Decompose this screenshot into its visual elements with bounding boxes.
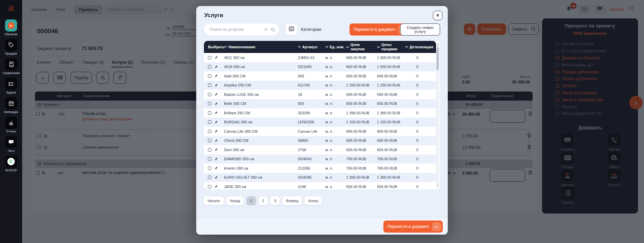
sidebar-item-продажи[interactable]: Продажи xyxy=(0,39,22,55)
pin-icon[interactable] xyxy=(214,74,218,78)
sidebar-item-чаты[interactable]: Чаты xyxy=(0,136,22,153)
sidebar-item-обучение[interactable]: ▶Обучение xyxy=(0,19,22,36)
service-sku: ZJM01-41 xyxy=(298,56,325,60)
service-row[interactable]: Batiste LUXE 330 см18м. п.599.00 RUB599.… xyxy=(204,90,436,99)
column-header-6[interactable]: Детализация xyxy=(405,45,436,49)
pin-icon[interactable] xyxy=(214,56,218,59)
pin-icon[interactable] xyxy=(214,65,218,69)
service-row[interactable]: Emirim 280 см212366м. п.799.00 RUB799.00… xyxy=(204,164,436,173)
column-header-1[interactable]: Наименование xyxy=(224,45,298,49)
page-button-3[interactable]: 3 xyxy=(270,196,280,205)
purchase-price: 799.00 RUB xyxy=(346,166,377,170)
service-name: EURO VELVET 300 см xyxy=(224,175,298,179)
sale-price: 659.00 RUB xyxy=(377,148,405,152)
service-row[interactable]: 4011 300 смZJM01-41м. п.669.00 RUB1 000.… xyxy=(204,53,436,62)
pin-icon[interactable] xyxy=(214,185,218,188)
pin-icon[interactable] xyxy=(214,120,218,124)
pin-icon[interactable] xyxy=(214,102,218,106)
sidebar-item-задачи[interactable]: Задачи xyxy=(0,78,22,94)
modal-close-button[interactable]: ✕ xyxy=(433,11,442,20)
row-checkbox[interactable] xyxy=(208,102,211,105)
services-search[interactable]: ✕ xyxy=(204,23,279,36)
service-row[interactable]: Anjelika 295 CM611760м. п.1 299.00 RUB1 … xyxy=(204,81,436,90)
pin-icon[interactable] xyxy=(214,129,218,133)
plus-icon[interactable]: + xyxy=(432,222,441,231)
sidebar-item-отчеты[interactable]: Отчеты xyxy=(0,117,22,133)
service-row[interactable]: Adel 300 CM909м. п.699.00 RUB699.00 RUB0 xyxy=(204,71,436,81)
service-row[interactable]: JADE 300 см2148м. п.559.00 RUB559.00 RUB… xyxy=(204,182,436,189)
pin-icon[interactable] xyxy=(214,139,218,142)
service-row[interactable]: Brilliant 295 CM323295м. п.1 399.00 RUB1… xyxy=(204,108,436,118)
service-row[interactable]: Deni 280 см2758м. п.659.00 RUB659.00 RUB… xyxy=(204,145,436,155)
pin-icon[interactable] xyxy=(214,111,218,115)
service-row[interactable]: EURO VELVET 300 смGD4285м. п.1 399.00 RU… xyxy=(204,173,436,182)
categories-button[interactable] xyxy=(286,24,297,35)
sidebar-item-wazzup[interactable]: ✆WAZZUP xyxy=(0,156,22,172)
row-checkbox[interactable] xyxy=(208,130,211,133)
service-row[interactable]: DIAMOND 300 смGD4543м. п.799.00 RUB799.0… xyxy=(204,155,436,164)
sort-chevron-icon[interactable] xyxy=(346,46,349,48)
column-header-2[interactable]: Артикул xyxy=(298,45,325,49)
scrollbar[interactable]: ▴ ▾ xyxy=(436,43,439,188)
row-checkbox[interactable] xyxy=(208,65,211,68)
service-unit: м. п. xyxy=(325,93,346,97)
row-checkbox[interactable] xyxy=(208,176,211,179)
scrollbar-thumb[interactable] xyxy=(436,47,439,70)
service-sku: 212366 xyxy=(298,166,325,170)
sort-chevron-icon[interactable] xyxy=(377,46,380,48)
sale-price: 1 159.00 RUB xyxy=(377,120,405,124)
row-controls xyxy=(204,93,224,96)
sort-chevron-icon[interactable] xyxy=(405,46,408,48)
pin-icon[interactable] xyxy=(214,166,218,170)
sort-chevron-icon[interactable] xyxy=(298,46,301,48)
row-checkbox[interactable] xyxy=(208,139,211,142)
page-button-2[interactable]: 2 xyxy=(259,196,268,205)
service-sku: 2148 xyxy=(298,185,325,189)
row-checkbox[interactable] xyxy=(208,148,211,151)
row-checkbox[interactable] xyxy=(208,185,211,188)
service-unit: м. п. xyxy=(325,56,346,60)
column-label: Цены продажи xyxy=(381,43,399,51)
scroll-up-icon[interactable]: ▴ xyxy=(436,43,439,46)
column-header-3[interactable]: Ед. изм. xyxy=(325,45,346,49)
pin-icon[interactable] xyxy=(214,93,218,96)
row-controls xyxy=(204,111,224,115)
sidebar-item-справочники[interactable]: Справочники xyxy=(0,58,22,75)
row-checkbox[interactable] xyxy=(208,111,211,115)
page-button-назад[interactable]: Назад xyxy=(226,196,244,205)
search-icon[interactable] xyxy=(271,27,275,32)
row-checkbox[interactable] xyxy=(208,120,211,124)
service-unit: м. п. xyxy=(325,185,346,189)
row-controls xyxy=(204,65,224,69)
service-row[interactable]: Belle 300 CM925м. п.659.00 RUB659.00 RUB… xyxy=(204,99,436,109)
service-row[interactable]: BURGAS 280 смLENO208м. п.1 159.00 RUB1 1… xyxy=(204,118,436,127)
create-service-button[interactable]: Создать новую услугу xyxy=(400,23,440,36)
services-search-input[interactable] xyxy=(209,27,262,32)
row-checkbox[interactable] xyxy=(208,56,211,59)
row-checkbox[interactable] xyxy=(208,167,211,170)
page-button-вперед[interactable]: Вперед xyxy=(282,196,302,205)
page-button-1[interactable]: 1 xyxy=(247,196,256,205)
row-checkbox[interactable] xyxy=(208,83,211,87)
column-header-4[interactable]: Цена закупки xyxy=(346,43,377,51)
sort-chevron-icon[interactable] xyxy=(224,46,227,48)
clear-icon[interactable]: ✕ xyxy=(264,26,268,33)
row-checkbox[interactable] xyxy=(208,157,211,161)
row-checkbox[interactable] xyxy=(208,74,211,78)
page-button-начало[interactable]: Начало xyxy=(204,196,224,205)
sidebar-item-календарь[interactable]: Календарь xyxy=(0,97,22,114)
service-row[interactable]: Canvas Life 280 CMCanvas Lifeм. п.999.00… xyxy=(204,127,436,136)
pin-icon[interactable] xyxy=(214,176,218,179)
row-checkbox[interactable] xyxy=(208,93,211,96)
service-row[interactable]: Check 280 CM39865м. п.699.00 RUB699.00 R… xyxy=(204,136,436,145)
pin-icon[interactable] xyxy=(214,83,218,87)
pin-icon[interactable] xyxy=(214,148,218,151)
pin-icon[interactable] xyxy=(214,157,218,161)
service-row[interactable]: 4018 300 смGD1690м. п.669.00 RUB1 000.00… xyxy=(204,62,436,72)
column-header-5[interactable]: Цены продажи xyxy=(377,43,405,51)
row-controls xyxy=(204,74,224,78)
scroll-down-icon[interactable]: ▾ xyxy=(436,184,439,187)
sort-chevron-icon[interactable] xyxy=(325,46,328,48)
transfer-to-document-button[interactable]: Перенести в документ + xyxy=(383,221,443,233)
page-button-конец[interactable]: Конец xyxy=(305,196,322,205)
